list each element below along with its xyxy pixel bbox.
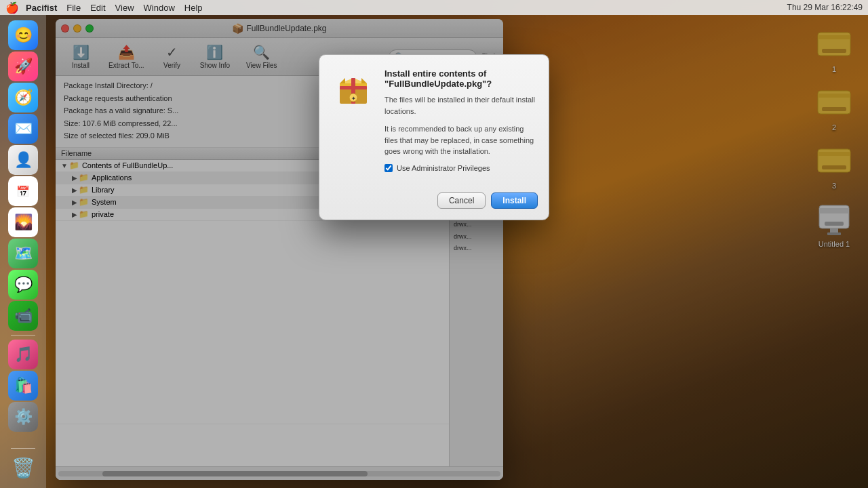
- dock-separator: [11, 335, 35, 336]
- dock-icon-safari[interactable]: 🧭: [8, 83, 38, 113]
- dock-icon-trash[interactable]: 🗑️: [8, 453, 38, 483]
- modal-content: ✦ Install entire contents of"FullBundleU…: [319, 55, 549, 186]
- cancel-button[interactable]: Cancel: [437, 192, 486, 209]
- modal-text-area: Install entire contents of"FullBundleUpd…: [384, 68, 535, 172]
- dock-icon-photos[interactable]: 🌄: [8, 207, 38, 237]
- menu-edit[interactable]: Edit: [90, 3, 105, 13]
- dock-icon-facetime[interactable]: 📹: [8, 301, 38, 331]
- menu-file[interactable]: File: [66, 3, 81, 13]
- dock-icon-calendar[interactable]: 📅: [8, 176, 38, 206]
- dock-icon-appstore[interactable]: 🛍️: [8, 371, 38, 401]
- menu-pacifist[interactable]: Pacifist: [26, 3, 57, 13]
- dock-icon-mail[interactable]: ✉️: [8, 114, 38, 144]
- dock-icon-finder[interactable]: 😊: [8, 20, 38, 50]
- svg-text:✦: ✦: [351, 96, 356, 102]
- checkbox-area[interactable]: Use Administrator Privileges: [384, 164, 535, 172]
- menu-view[interactable]: View: [115, 3, 134, 13]
- dock-icon-music[interactable]: 🎵: [8, 340, 38, 369]
- dock-icon-contacts[interactable]: 👤: [8, 145, 38, 175]
- dock: 😊 🚀 🧭 ✉️ 👤 📅 🌄 🗺️ 💬 📹 🎵 🛍️ ⚙️ 🗑️: [0, 15, 46, 488]
- menubar-clock: Thu 29 Mar 16:22:49: [787, 3, 863, 12]
- apple-menu[interactable]: 🍎: [5, 1, 19, 14]
- dock-icon-sysprefs[interactable]: ⚙️: [8, 402, 38, 432]
- dock-icon-messages[interactable]: 💬: [8, 270, 38, 300]
- modal-buttons: Cancel Install: [319, 186, 549, 220]
- modal-pkg-icon: ✦: [333, 68, 374, 109]
- svg-rect-20: [340, 86, 367, 89]
- admin-checkbox[interactable]: [384, 164, 393, 172]
- install-button-modal[interactable]: Install: [491, 192, 538, 209]
- dock-icon-launchpad[interactable]: 🚀: [8, 52, 38, 81]
- modal-body-1: The files will be installed in their def…: [384, 94, 535, 117]
- svg-marker-17: [340, 78, 345, 83]
- menu-window[interactable]: Window: [144, 3, 175, 13]
- svg-marker-18: [361, 78, 367, 83]
- menubar: 🍎 Pacifist File Edit View Window Help Th…: [0, 0, 868, 15]
- menu-help[interactable]: Help: [184, 3, 203, 13]
- checkbox-label[interactable]: Use Administrator Privileges: [397, 164, 490, 172]
- modal-body-2: It is recommended to back up any existin…: [384, 123, 535, 157]
- modal-title: Install entire contents of"FullBundleUpd…: [384, 68, 535, 89]
- dock-icon-maps[interactable]: 🗺️: [8, 239, 38, 268]
- dock-trash-separator: [11, 448, 35, 449]
- install-dialog: ✦ Install entire contents of"FullBundleU…: [319, 54, 549, 220]
- modal-overlay: ✦ Install entire contents of"FullBundleU…: [0, 0, 868, 488]
